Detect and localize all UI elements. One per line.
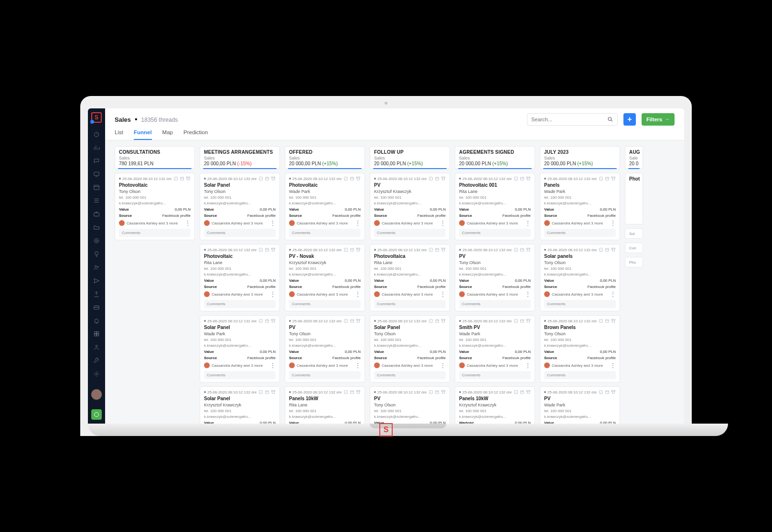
deal-card[interactable]: 25-06-2020 08:10:12 132 dni Panels 10kWK… — [455, 386, 535, 424]
archive-icon[interactable] — [356, 390, 361, 394]
calendar-icon[interactable] — [265, 319, 269, 323]
kanban-board[interactable]: CONSULTATIONSSales780 199,61 PLN 25-06-2… — [105, 140, 684, 424]
checklist-icon[interactable] — [429, 390, 433, 394]
archive-icon[interactable] — [271, 176, 276, 181]
nav-lightbulb-icon[interactable] — [93, 250, 100, 258]
nav-upload-icon[interactable] — [93, 290, 100, 298]
deal-card[interactable]: 25-06-2020 08:10:12 132 dni Photovoltaic… — [200, 244, 280, 311]
card-assignees[interactable]: Cassandra Ashley and 3 more — [289, 291, 348, 297]
archive-icon[interactable] — [611, 247, 616, 252]
calendar-icon[interactable] — [435, 247, 440, 252]
column-header[interactable]: CONSULTATIONSSales780 199,61 PLN — [115, 146, 195, 169]
archive-icon[interactable] — [611, 390, 616, 394]
card-more-icon[interactable]: ⋮ — [525, 364, 531, 367]
card-comments[interactable]: Comments — [459, 371, 531, 379]
card-comments[interactable]: Comments — [374, 300, 446, 308]
nav-chat-icon[interactable] — [93, 157, 100, 165]
calendar-icon[interactable] — [520, 247, 525, 252]
app-logo[interactable]: S — [91, 112, 102, 123]
checklist-icon[interactable] — [258, 247, 263, 252]
checklist-icon[interactable] — [599, 390, 603, 394]
archive-icon[interactable] — [356, 319, 361, 323]
archive-icon[interactable] — [356, 247, 361, 252]
checklist-icon[interactable] — [514, 319, 518, 323]
calendar-icon[interactable] — [435, 390, 440, 394]
card-more-icon[interactable]: ⋮ — [610, 364, 616, 367]
column-header[interactable]: JULY 2023Sales20 000,00 PLN (+15%) — [540, 146, 620, 169]
calendar-icon[interactable] — [350, 319, 354, 323]
card-more-icon[interactable]: ⋮ — [440, 222, 446, 224]
card-more-icon[interactable]: ⋮ — [185, 222, 191, 224]
archive-icon[interactable] — [271, 319, 276, 323]
nav-grid-icon[interactable] — [93, 330, 100, 338]
archive-icon[interactable] — [441, 319, 446, 323]
card-assignees[interactable]: Cassandra Ashley and 3 more — [459, 291, 518, 297]
checklist-icon[interactable] — [343, 176, 348, 181]
card-comments[interactable]: Comments — [289, 300, 361, 308]
search-input[interactable] — [527, 113, 618, 126]
page-title[interactable]: Sales — [115, 116, 131, 123]
card-more-icon[interactable]: ⋮ — [355, 293, 361, 296]
archive-icon[interactable] — [441, 390, 446, 394]
card-more-icon[interactable]: ⋮ — [440, 293, 446, 296]
tab-map[interactable]: Map — [162, 129, 173, 140]
archive-icon[interactable] — [186, 176, 191, 181]
deal-card[interactable]: 25-06-2020 08:10:12 132 dni PVTony Olson… — [370, 386, 450, 424]
archive-icon[interactable] — [356, 176, 361, 181]
card-comments[interactable]: Comments — [374, 229, 446, 237]
archive-icon[interactable] — [526, 247, 531, 252]
tab-list[interactable]: List — [115, 129, 123, 140]
card-comments[interactable]: Comments — [204, 300, 276, 308]
card-more-icon[interactable]: ⋮ — [270, 293, 276, 296]
column-header[interactable]: AGREEMENTS SIGNEDSales20 000,00 PLN (+15… — [455, 146, 535, 169]
nav-target-icon[interactable] — [93, 237, 100, 245]
checklist-icon[interactable] — [514, 176, 518, 181]
user-avatar[interactable] — [91, 389, 102, 400]
calendar-icon[interactable] — [605, 247, 610, 252]
checklist-icon[interactable] — [343, 319, 348, 323]
nav-tool-icon[interactable] — [93, 357, 100, 364]
nav-chart-icon[interactable] — [93, 144, 100, 151]
column-header[interactable]: MEETINGS ARRANGEMENTSSales20 000,00 PLN … — [200, 146, 280, 169]
calendar-icon[interactable] — [180, 176, 184, 181]
calendar-icon[interactable] — [435, 176, 440, 181]
card-more-icon[interactable]: ⋮ — [355, 222, 361, 224]
card-assignees[interactable]: Cassandra Ashley and 3 more — [459, 220, 518, 226]
card-comments[interactable]: Comments — [459, 300, 531, 308]
card-comments[interactable]: Comments — [289, 371, 361, 379]
calendar-icon[interactable] — [350, 247, 354, 252]
search-field[interactable] — [531, 117, 607, 122]
archive-icon[interactable] — [526, 176, 531, 181]
card-more-icon[interactable]: ⋮ — [525, 222, 531, 224]
card-assignees[interactable]: Cassandra Ashley and 3 more — [204, 220, 263, 226]
deal-card[interactable]: 25-06-2020 08:10:12 132 dni PanelsWade P… — [540, 173, 620, 240]
card-assignees[interactable]: Cassandra Ashley and 3 more — [204, 362, 263, 368]
deal-card[interactable]: 25-06-2020 08:10:12 132 dni Solar panels… — [540, 244, 620, 311]
archive-icon[interactable] — [526, 319, 531, 323]
nav-monitor-icon[interactable] — [93, 170, 100, 178]
card-comments[interactable]: Comments — [544, 371, 616, 379]
column-header[interactable]: OFFEREDSales20 000,00 PLN (+15%) — [285, 146, 365, 169]
deal-card[interactable]: 25-06-2020 08:10:12 132 dni Photovoltaic… — [285, 173, 365, 240]
card-comments[interactable]: Comments — [204, 229, 276, 237]
checklist-icon[interactable] — [343, 247, 348, 252]
card-more-icon[interactable]: ⋮ — [610, 222, 616, 224]
card-more-icon[interactable]: ⋮ — [355, 364, 361, 367]
deal-card[interactable]: 25-06-2020 08:10:12 132 dni PVTony Olson… — [285, 315, 365, 383]
deal-card[interactable]: 25-06-2020 08:10:12 132 dni Solar PanelK… — [200, 386, 280, 424]
deal-card[interactable]: 25-06-2020 08:10:12 132 dni Photovoltaic… — [455, 173, 535, 240]
checklist-icon[interactable] — [258, 390, 263, 394]
calendar-icon[interactable] — [605, 390, 610, 394]
checklist-icon[interactable] — [429, 247, 433, 252]
deal-card[interactable]: 25-06-2020 08:10:12 132 dni PVWade Parkt… — [540, 386, 620, 424]
checklist-icon[interactable] — [173, 176, 178, 181]
deal-card[interactable]: 25-06-2020 08:10:12 132 dni PVKrzysztof … — [370, 173, 450, 240]
checklist-icon[interactable] — [343, 390, 348, 394]
calendar-icon[interactable] — [520, 176, 525, 181]
card-assignees[interactable]: Cassandra Ashley and 3 more — [459, 362, 518, 368]
tab-prediction[interactable]: Prediction — [183, 129, 208, 140]
calendar-icon[interactable] — [520, 319, 525, 323]
deal-card[interactable]: 25-06-2020 08:10:12 132 dni Solar PanelT… — [200, 173, 280, 240]
calendar-icon[interactable] — [350, 176, 354, 181]
add-button[interactable]: + — [623, 113, 636, 126]
